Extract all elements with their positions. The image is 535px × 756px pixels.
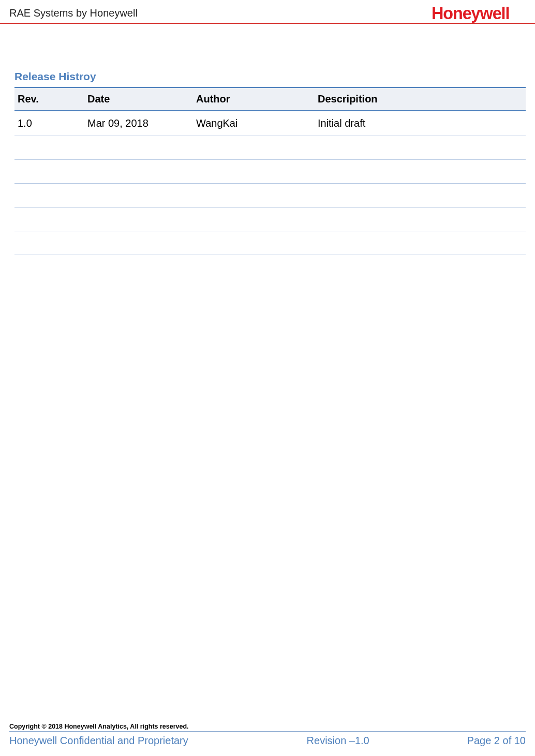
cell-rev xyxy=(14,231,84,255)
footer-page-number: Page 2 of 10 xyxy=(467,735,526,747)
table-row xyxy=(14,136,526,160)
cell-date xyxy=(84,207,193,231)
content-area: Release Histroy Rev. Date Author Descrip… xyxy=(0,24,535,255)
cell-description xyxy=(315,184,526,207)
cell-rev: 1.0 xyxy=(14,111,84,136)
footer-confidential: Honeywell Confidential and Proprietary xyxy=(9,735,188,747)
cell-date xyxy=(84,160,193,184)
cell-description xyxy=(315,207,526,231)
footer-revision: Revision –1.0 xyxy=(188,735,467,747)
cell-date xyxy=(84,184,193,207)
table-row xyxy=(14,231,526,255)
table-row: 1.0 Mar 09, 2018 WangKai Initial draft xyxy=(14,111,526,136)
cell-description xyxy=(315,136,526,160)
table-row xyxy=(14,160,526,184)
page-header: RAE Systems by Honeywell Honeywell xyxy=(0,0,535,24)
cell-author xyxy=(193,184,315,207)
cell-description xyxy=(315,160,526,184)
table-row xyxy=(14,184,526,207)
cell-description xyxy=(315,231,526,255)
cell-date xyxy=(84,231,193,255)
cell-description: Initial draft xyxy=(315,111,526,136)
cell-author xyxy=(193,207,315,231)
cell-author xyxy=(193,136,315,160)
copyright-text: Copyright © 2018 Honeywell Analytics, Al… xyxy=(9,723,526,732)
table-header-row: Rev. Date Author Descripition xyxy=(14,87,526,111)
cell-rev xyxy=(14,184,84,207)
logo-text: Honeywell xyxy=(432,4,509,23)
cell-date xyxy=(84,136,193,160)
cell-rev xyxy=(14,160,84,184)
page-footer: Copyright © 2018 Honeywell Analytics, Al… xyxy=(9,723,526,747)
footer-info-line: Honeywell Confidential and Proprietary R… xyxy=(9,735,526,747)
header-title: RAE Systems by Honeywell xyxy=(9,4,138,22)
table-row xyxy=(14,207,526,231)
section-title: Release Histroy xyxy=(14,70,526,83)
cell-author xyxy=(193,231,315,255)
col-header-description: Descripition xyxy=(315,87,526,111)
col-header-date: Date xyxy=(84,87,193,111)
cell-rev xyxy=(14,207,84,231)
cell-author: WangKai xyxy=(193,111,315,136)
release-history-table: Rev. Date Author Descripition 1.0 Mar 09… xyxy=(14,87,526,255)
cell-date: Mar 09, 2018 xyxy=(84,111,193,136)
col-header-author: Author xyxy=(193,87,315,111)
cell-author xyxy=(193,160,315,184)
honeywell-logo: Honeywell xyxy=(432,4,534,23)
cell-rev xyxy=(14,136,84,160)
col-header-rev: Rev. xyxy=(14,87,84,111)
